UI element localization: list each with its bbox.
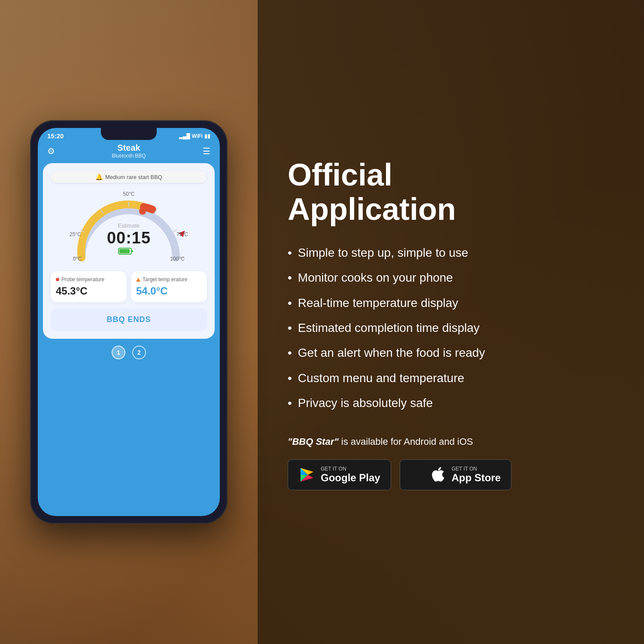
gauge-container: 0°C 25°C 50°C 75°C 100°C	[69, 189, 189, 266]
apple-logo	[431, 467, 447, 483]
features-list: • Simple to step up, simple to use • Mon…	[288, 245, 614, 421]
probe-label: Probe temperature	[56, 276, 122, 283]
signal-bars: ▂▄█	[179, 133, 190, 139]
bullet-icon-3: •	[288, 295, 292, 311]
feature-4: • Estimated completion time display	[288, 320, 614, 336]
temp-cards: Probe temperature 45.3°C Target temp era…	[51, 271, 207, 302]
official-title: Official Application	[288, 158, 614, 226]
bullet-icon-7: •	[288, 395, 292, 411]
gauge-time: 00:15	[107, 229, 151, 247]
feature-text-6: Custom menu and temperature	[298, 371, 465, 386]
bullet-icon-1: •	[288, 245, 292, 261]
probe-value: 45.3°C	[56, 285, 122, 297]
probe-card: Probe temperature 45.3°C	[51, 271, 127, 302]
status-time: 15:20	[47, 132, 64, 140]
nav-dot-2[interactable]: 2	[132, 346, 146, 359]
app-content: 🔔 Medium rare start BBQ 0°C 25°C 50°C 75…	[43, 163, 215, 339]
store-buttons: GET IT ON Google Play GET IT ON App Stor…	[288, 459, 614, 490]
settings-icon[interactable]: ⚙	[47, 146, 55, 156]
bullet-icon-6: •	[288, 371, 292, 386]
app-store-text: GET IT ON App Store	[452, 466, 501, 484]
nav-dot-1[interactable]: 1	[112, 346, 125, 359]
wifi-icon: WiFi	[192, 133, 203, 139]
phone-screen: 15:20 BBQ ▂▄█ WiFi ▮▮ ⚙ Steak Bluetooth:…	[38, 128, 220, 516]
main-container: 15:20 BBQ ▂▄█ WiFi ▮▮ ⚙ Steak Bluetooth:…	[0, 0, 644, 644]
battery-icon: ▮▮	[204, 133, 210, 139]
phone-notch	[101, 128, 157, 140]
availability-suffix: is available for Android and iOS	[341, 436, 473, 447]
gauge-center: Estimate 00:15	[107, 222, 151, 247]
feature-text-7: Privacy is absolutely safe	[298, 395, 433, 411]
app-title: Steak	[112, 143, 146, 153]
availability-text: "BBQ Star" is available for Android and …	[288, 436, 614, 447]
feature-text-3: Real-time temperature display	[298, 295, 459, 311]
alert-badge: 🔔 Medium rare start BBQ	[51, 171, 207, 183]
feature-text-1: Simple to step up, simple to use	[298, 245, 468, 261]
bell-icon: 🔔	[95, 173, 103, 180]
feature-2: • Monitor cooks on your phone	[288, 270, 614, 286]
app-store-name: App Store	[452, 472, 501, 484]
google-play-icon	[298, 466, 316, 483]
probe-dot	[56, 278, 59, 281]
feature-text-2: Monitor cooks on your phone	[298, 270, 453, 286]
apple-icon	[410, 467, 426, 483]
app-name: "BBQ Star"	[288, 436, 339, 447]
app-header: ⚙ Steak Bluetooth:BBQ ☰	[38, 140, 220, 163]
app-store-button[interactable]: GET IT ON App Store	[400, 459, 512, 490]
app-store-get-it: GET IT ON	[452, 466, 501, 472]
temp-label-75: 75°C	[176, 231, 188, 237]
bullet-icon-5: •	[288, 345, 292, 361]
temp-label-100: 100°C	[170, 256, 185, 262]
bullet-icon-2: •	[288, 270, 292, 286]
feature-6: • Custom menu and temperature	[288, 371, 614, 386]
left-panel: 15:20 BBQ ▂▄█ WiFi ▮▮ ⚙ Steak Bluetooth:…	[0, 0, 258, 644]
bottom-nav: 1 2	[38, 339, 220, 363]
feature-text-5: Get an alert when the food is ready	[298, 345, 485, 361]
temp-label-0: 0°C	[73, 256, 82, 262]
temp-label-50: 50°C	[123, 191, 135, 197]
svg-rect-10	[131, 250, 133, 252]
svg-point-7	[139, 208, 146, 215]
feature-3: • Real-time temperature display	[288, 295, 614, 311]
app-subtitle: Bluetooth:BBQ	[112, 153, 146, 159]
right-panel: Official Application • Simple to step up…	[258, 0, 644, 644]
alert-text: Medium rare start BBQ	[105, 174, 162, 180]
target-label: Target temp erature	[136, 276, 202, 283]
feature-1: • Simple to step up, simple to use	[288, 245, 614, 261]
bbq-ends-button[interactable]: BBQ ENDS	[51, 308, 207, 331]
menu-icon[interactable]: ☰	[203, 146, 210, 156]
google-play-name: Google Play	[321, 472, 380, 484]
header-title: Steak Bluetooth:BBQ	[112, 143, 146, 159]
bullet-icon-4: •	[288, 320, 292, 336]
target-dot	[136, 278, 140, 282]
temp-label-25: 25°C	[70, 231, 81, 237]
target-card: Target temp erature 54.0°C	[131, 271, 207, 302]
feature-text-4: Estimated completion time display	[298, 320, 480, 336]
feature-7: • Privacy is absolutely safe	[288, 395, 614, 411]
status-icons: ▂▄█ WiFi ▮▮	[179, 133, 210, 139]
google-play-get-it: GET IT ON	[321, 466, 380, 472]
estimate-label: Estimate	[107, 222, 151, 229]
google-play-text: GET IT ON Google Play	[321, 466, 380, 484]
phone-frame: 15:20 BBQ ▂▄█ WiFi ▮▮ ⚙ Steak Bluetooth:…	[30, 120, 228, 524]
google-play-button[interactable]: GET IT ON Google Play	[288, 459, 391, 490]
target-value: 54.0°C	[136, 285, 202, 297]
svg-rect-11	[119, 249, 130, 253]
feature-5: • Get an alert when the food is ready	[288, 345, 614, 361]
